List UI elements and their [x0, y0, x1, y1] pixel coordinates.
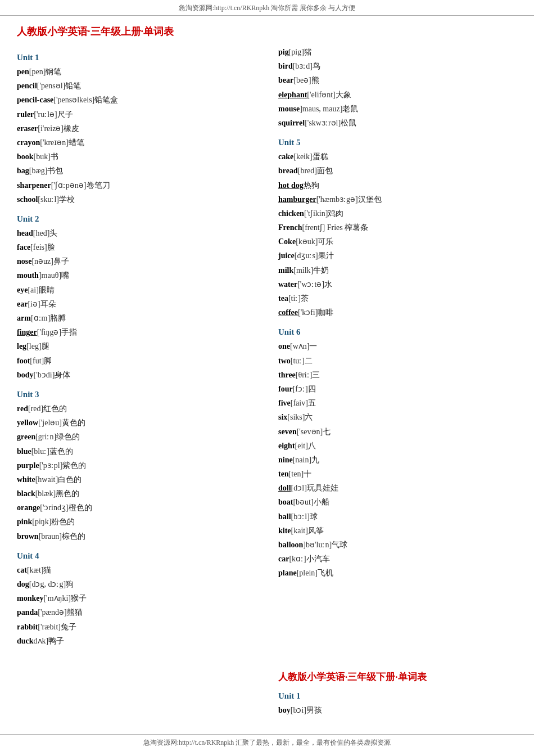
- list-item: hot dog热狗: [278, 178, 517, 192]
- list-item: white[hwait]白色的: [17, 472, 256, 487]
- list-item: five[faiv]五: [278, 396, 517, 410]
- list-item: nine[nain]九: [278, 453, 517, 467]
- list-item: water['wɔːtə]水: [278, 277, 517, 291]
- list-item: four[fɔː]四: [278, 382, 517, 396]
- footer-text: 急淘资源网:http://t.cn/RKRnpkh 汇聚了最热，最新，最全，最有…: [143, 739, 391, 746]
- list-item: monkey['mʌŋki]猴子: [17, 591, 256, 605]
- list-item: three[θriː]三: [278, 368, 517, 382]
- unit-title: Unit 3: [17, 390, 256, 399]
- list-item: car[kɑː]小汽车: [278, 552, 517, 566]
- list-item: hamburger['hæmbɜːgə]汉堡包: [278, 192, 517, 206]
- list-item: kite[kait]风筝: [278, 524, 517, 538]
- list-item: Coke[kəuk]可乐: [278, 235, 517, 249]
- list-item: pencil-case['pensəlkeis]铅笔盒: [17, 93, 256, 107]
- list-item: eye[ai]眼睛: [17, 283, 256, 297]
- list-item: French[frentʃ] Fries 榨薯条: [278, 220, 517, 235]
- list-item: chicken['tʃikin]鸡肉: [278, 206, 517, 220]
- unit-title: Unit 6: [278, 327, 517, 337]
- unit-title: Unit 1: [17, 53, 256, 62]
- unit-title: Unit 5: [278, 138, 517, 147]
- list-item: pen[pen]钢笔: [17, 65, 256, 79]
- list-item: pencil['pensəl]铅笔: [17, 79, 256, 93]
- list-item: ruler['ruːlə]尺子: [17, 107, 256, 122]
- list-item: green[griːn]绿色的: [17, 430, 256, 444]
- list-item: black[blæk]黑色的: [17, 487, 256, 501]
- list-item: squirrel['skwɜːrəl]松鼠: [278, 116, 517, 130]
- list-item: bag[bæg]书包: [17, 164, 256, 178]
- list-item: blue[bluː]蓝色的: [17, 444, 256, 458]
- list-item: milk[milk]牛奶: [278, 263, 517, 277]
- list-item: two[tuː]二: [278, 354, 517, 368]
- list-item: mouth]mauθ]嘴: [17, 268, 256, 282]
- list-item: boy[bɔi]男孩: [278, 703, 517, 717]
- list-item: brown[braun]棕色的: [17, 529, 256, 543]
- list-item: one[wʌn]一: [278, 339, 517, 353]
- list-item: arm[ɑːm]胳膊: [17, 311, 256, 325]
- unit-title: Unit 4: [17, 551, 256, 561]
- list-item: ten[ten]十: [278, 467, 517, 481]
- list-item: ball[bɔːl]球: [278, 510, 517, 524]
- list-item: school[skuːl]学校: [17, 192, 256, 206]
- list-item: cat[kæt]猫: [17, 563, 256, 577]
- list-item: six[siks]六: [278, 410, 517, 424]
- unit-title: Unit 2: [17, 214, 256, 224]
- list-item: tea[tiː]茶: [278, 291, 517, 305]
- list-item: head[hed]头: [17, 226, 256, 240]
- list-item: seven['sevən]七: [278, 425, 517, 439]
- left-column: Unit 1pen[pen]钢笔pencil['pensəl]铅笔pencil-…: [17, 45, 256, 648]
- title2: 人教版小学英语·三年级下册·单词表: [278, 670, 517, 683]
- list-item: leg[leg]腿: [17, 339, 256, 353]
- title1: 人教版小学英语·三年级上册·单词表: [17, 25, 517, 38]
- list-item: eight[eit]八: [278, 439, 517, 453]
- list-item: red[red]红色的: [17, 402, 256, 416]
- list-item: nose[nəuz]鼻子: [17, 254, 256, 268]
- list-item: rabbit['ræbit]兔子: [17, 620, 256, 634]
- list-item: foot[fut]脚: [17, 354, 256, 368]
- list-item: doll[dɔl]玩具娃娃: [278, 481, 517, 495]
- list-item: book[buk]书: [17, 150, 256, 164]
- list-item: bear[beə]熊: [278, 73, 517, 87]
- list-item: eraser[i'reizə]橡皮: [17, 122, 256, 136]
- list-item: coffee['kɔfi]咖啡: [278, 305, 517, 320]
- list-item: juice[dʒuːs]果汁: [278, 249, 517, 263]
- list-item: duckdʌk]鸭子: [17, 634, 256, 648]
- list-item: cake[keik]蛋糕: [278, 150, 517, 164]
- list-item: body['bɔdi]身体: [17, 368, 256, 382]
- list-item: dog[dɔg, dɔːg]狗: [17, 577, 256, 591]
- list-item: orange['ɔrindʒ]橙色的: [17, 501, 256, 515]
- list-item: plane[plein]飞机: [278, 566, 517, 580]
- list-item: ear[iə]耳朵: [17, 297, 256, 311]
- list-item: boat[bəut]小船: [278, 495, 517, 509]
- header-text: 急淘资源网:http://t.cn/RKRnpkh 淘你所需 展你多余 与人方便: [179, 4, 356, 12]
- list-item: pink[piŋk]粉色的: [17, 515, 256, 529]
- list-item: pig[pig]猪: [278, 45, 517, 59]
- list-item: elephant['elifənt]大象: [278, 88, 517, 102]
- list-item: yellow['jeləu]黄色的: [17, 416, 256, 430]
- list-item: sharpener['ʃɑːpənə]卷笔刀: [17, 178, 256, 192]
- list-item: balloon]bə'luːn]气球: [278, 538, 517, 552]
- unit-title: Unit 1: [278, 691, 517, 701]
- list-item: finger['fiŋgə]手指: [17, 325, 256, 339]
- right-column: pig[pig]猪bird[bɜːd]鸟bear[beə]熊elephant['…: [278, 45, 517, 648]
- footer-bar: 急淘资源网:http://t.cn/RKRnpkh 汇聚了最热，最新，最全，最有…: [0, 734, 534, 751]
- list-item: crayon['kreɪən]蜡笔: [17, 136, 256, 150]
- list-item: mouse]maus, mauz]老鼠: [278, 102, 517, 116]
- header-bar: 急淘资源网:http://t.cn/RKRnpkh 淘你所需 展你多余 与人方便: [0, 0, 534, 16]
- list-item: face[feis]脸: [17, 240, 256, 254]
- list-item: bird[bɜːd]鸟: [278, 59, 517, 73]
- list-item: panda['pændə]熊猫: [17, 605, 256, 619]
- list-item: purple['pɜːpl]紫色的: [17, 458, 256, 472]
- list-item: bread[bred]面包: [278, 164, 517, 178]
